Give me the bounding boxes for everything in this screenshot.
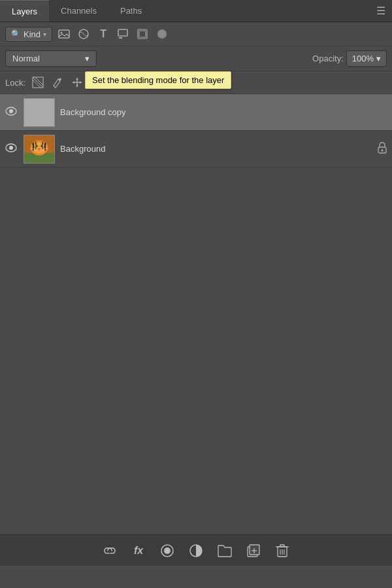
blend-bar: Normal ▾ Opacity: 100% ▾ Set the blendin… xyxy=(0,46,392,71)
layer-thumbnail xyxy=(24,135,55,164)
adjustment-filter-icon[interactable] xyxy=(76,26,91,42)
layers-list: Background copy xyxy=(0,94,392,315)
kind-select[interactable]: 🔍 Kind ▾ xyxy=(5,27,52,42)
svg-point-1 xyxy=(61,32,63,34)
canvas-area xyxy=(0,315,392,535)
lock-label: Lock: xyxy=(5,78,25,88)
fx-icon[interactable]: fx xyxy=(129,542,148,560)
link-layers-icon[interactable] xyxy=(101,542,119,560)
svg-rect-26 xyxy=(31,148,36,149)
svg-rect-6 xyxy=(139,31,146,37)
image-filter-icon[interactable] xyxy=(56,26,72,42)
layer-thumbnail xyxy=(24,98,55,127)
svg-point-25 xyxy=(38,148,41,150)
tab-bar: Layers Channels Paths ☰ xyxy=(0,0,392,22)
blend-mode-label: Normal xyxy=(12,54,40,63)
lock-move-icon[interactable] xyxy=(70,75,84,90)
svg-point-29 xyxy=(382,150,384,152)
color-filter-icon[interactable] xyxy=(154,26,170,42)
blend-mode-select[interactable]: Normal ▾ xyxy=(5,50,97,67)
add-mask-icon[interactable] xyxy=(158,542,176,560)
opacity-select[interactable]: 100% ▾ xyxy=(346,50,387,67)
smartobj-filter-icon[interactable] xyxy=(135,26,150,42)
layer-name: Background copy xyxy=(60,107,387,117)
tab-channels[interactable]: Channels xyxy=(49,0,108,22)
svg-point-16 xyxy=(9,146,13,150)
tab-paths[interactable]: Paths xyxy=(108,0,154,22)
svg-point-23 xyxy=(36,145,37,147)
panel-menu-icon[interactable]: ☰ xyxy=(376,5,385,17)
svg-line-9 xyxy=(33,77,43,88)
lock-transparent-pixels-icon[interactable] xyxy=(31,75,45,90)
svg-rect-27 xyxy=(43,148,48,149)
svg-point-20 xyxy=(33,142,45,153)
svg-point-31 xyxy=(164,547,171,554)
layer-lock-icon xyxy=(378,142,387,156)
svg-rect-3 xyxy=(118,29,127,36)
shape-filter-icon[interactable] xyxy=(115,26,131,42)
layer-row[interactable]: Background copy xyxy=(0,94,392,131)
svg-point-7 xyxy=(157,29,167,39)
tab-layers[interactable]: Layers xyxy=(0,0,49,22)
delete-layer-icon[interactable] xyxy=(273,542,291,560)
kind-arrow-icon: ▾ xyxy=(43,31,46,38)
opacity-arrow-icon: ▾ xyxy=(376,54,381,63)
visibility-icon[interactable] xyxy=(5,107,18,118)
svg-point-24 xyxy=(41,145,42,147)
new-group-icon[interactable] xyxy=(216,542,234,560)
new-layer-icon[interactable] xyxy=(244,542,263,560)
opacity-group: Opacity: 100% ▾ xyxy=(312,50,387,67)
svg-point-14 xyxy=(9,109,13,113)
svg-rect-0 xyxy=(59,30,69,38)
lock-paint-icon[interactable] xyxy=(50,75,65,90)
visibility-icon[interactable] xyxy=(5,143,18,154)
opacity-label: Opacity: xyxy=(312,54,344,63)
layer-name: Background xyxy=(60,144,372,154)
bottom-toolbar: fx xyxy=(0,534,392,566)
blend-mode-tooltip: Set the blending mode for the layer xyxy=(85,71,231,89)
blend-mode-arrow-icon: ▾ xyxy=(85,54,90,63)
add-adjustment-icon[interactable] xyxy=(187,542,205,560)
svg-rect-4 xyxy=(119,37,122,39)
layer-row[interactable]: Background xyxy=(0,131,392,167)
type-filter-icon[interactable]: T xyxy=(95,26,111,42)
filter-bar: 🔍 Kind ▾ T xyxy=(0,22,392,46)
